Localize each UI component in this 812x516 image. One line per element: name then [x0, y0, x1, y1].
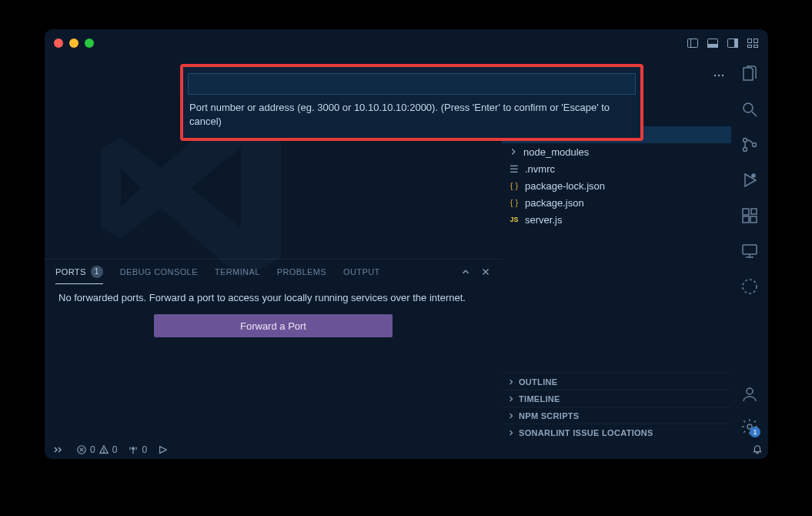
ports-count-badge: 1: [91, 266, 103, 278]
panel-actions: [460, 266, 491, 277]
warning-count: 0: [112, 444, 118, 455]
error-count: 0: [90, 444, 95, 455]
tab-label: OUTPUT: [343, 267, 380, 276]
ports-count: 0: [142, 444, 147, 455]
tab-output[interactable]: OUTPUT: [343, 260, 380, 284]
item-label: package.json: [525, 197, 584, 209]
section-timeline[interactable]: TIMELINE: [502, 390, 731, 407]
folder-node-modules[interactable]: node_modules: [502, 143, 731, 160]
run-debug-icon[interactable]: [740, 171, 759, 189]
forward-port-button[interactable]: Forward a Port: [154, 314, 393, 337]
section-label: SONARLINT ISSUE LOCATIONS: [519, 428, 653, 437]
file-package[interactable]: { } package.json: [502, 194, 731, 211]
file-nvmrc[interactable]: ☰ .nvmrc: [502, 160, 731, 177]
json-icon: { }: [508, 198, 520, 207]
chevron-right-icon: [506, 411, 516, 421]
svg-rect-5: [735, 39, 738, 48]
svg-rect-23: [743, 245, 757, 254]
section-label: OUTLINE: [519, 377, 557, 387]
settings-icon[interactable]: 1: [740, 417, 759, 436]
window-controls: [54, 39, 94, 48]
chevron-right-icon: [506, 377, 516, 387]
file-server-js[interactable]: JS server.js: [502, 211, 731, 228]
svg-point-17: [753, 143, 757, 147]
minimize-window-button[interactable]: [69, 39, 79, 48]
svg-rect-8: [748, 45, 752, 48]
remote-explorer-icon[interactable]: [740, 242, 759, 260]
svg-rect-6: [748, 39, 752, 43]
svg-point-18: [752, 174, 755, 177]
item-label: .nvmrc: [525, 163, 555, 175]
ports-status[interactable]: 0: [122, 441, 152, 459]
radio-tower-icon: [128, 444, 139, 455]
explorer-icon[interactable]: [740, 65, 759, 83]
problems-status[interactable]: 0 0: [71, 441, 122, 459]
error-icon: [76, 444, 87, 455]
item-label: node_modules: [523, 146, 589, 158]
input-hint: Port number or address (eg. 3000 or 10.1…: [188, 98, 636, 132]
layout-controls: [687, 37, 759, 49]
chevron-right-icon: [506, 394, 516, 404]
tab-label: DEBUG CONSOLE: [120, 267, 198, 276]
panel-tab-bar: PORTS 1 DEBUG CONSOLE TERMINAL PROBLEMS …: [45, 260, 502, 284]
svg-rect-19: [743, 209, 749, 215]
live-share-status[interactable]: [152, 441, 174, 459]
panel-left-icon[interactable]: [687, 37, 699, 49]
maximize-window-button[interactable]: [85, 39, 94, 48]
item-label: server.js: [525, 214, 562, 226]
command-palette: Port number or address (eg. 3000 or 10.1…: [180, 64, 643, 141]
svg-point-24: [743, 280, 757, 293]
svg-rect-20: [743, 216, 749, 223]
svg-line-14: [752, 112, 757, 116]
sidebar-sections: OUTLINE TIMELINE NPM SCRIPTS SONARLINT I…: [502, 373, 731, 441]
port-input[interactable]: [188, 73, 636, 95]
close-icon[interactable]: [480, 266, 491, 277]
svg-rect-0: [688, 39, 698, 48]
tab-label: PROBLEMS: [277, 267, 326, 276]
panel-bottom-icon[interactable]: [707, 37, 719, 49]
svg-point-13: [743, 103, 753, 112]
svg-rect-22: [751, 209, 757, 214]
remote-button[interactable]: [45, 441, 71, 459]
svg-point-15: [743, 139, 747, 142]
testing-icon[interactable]: [740, 277, 759, 296]
settings-badge: 1: [750, 427, 760, 437]
svg-point-30: [132, 447, 135, 450]
json-icon: { }: [508, 181, 520, 190]
tab-label: TERMINAL: [215, 267, 260, 276]
file-package-lock[interactable]: { } package-lock.json: [502, 177, 731, 194]
titlebar: [45, 29, 768, 57]
chevron-up-icon[interactable]: [460, 266, 471, 277]
section-npm-scripts[interactable]: NPM SCRIPTS: [502, 407, 731, 424]
svg-point-25: [747, 388, 753, 394]
section-label: NPM SCRIPTS: [519, 411, 579, 421]
svg-rect-7: [754, 39, 758, 43]
tab-debug-console[interactable]: DEBUG CONSOLE: [120, 260, 198, 284]
notifications-button[interactable]: [747, 441, 768, 459]
warning-icon: [99, 444, 109, 455]
status-bar: 0 0 0: [45, 441, 768, 459]
item-label: package-lock.json: [525, 180, 605, 192]
section-label: TIMELINE: [519, 394, 560, 404]
tab-ports[interactable]: PORTS 1: [55, 260, 103, 284]
customize-layout-icon[interactable]: [747, 37, 759, 49]
chevron-right-icon: [508, 146, 519, 157]
source-control-icon[interactable]: [740, 136, 759, 154]
extensions-icon[interactable]: [740, 206, 759, 225]
svg-rect-9: [754, 45, 758, 48]
close-window-button[interactable]: [54, 39, 63, 48]
file-lines-icon: ☰: [508, 163, 520, 175]
vscode-window: .vscode node_modules ☰ .nvmrc { } packag…: [45, 29, 768, 459]
tab-terminal[interactable]: TERMINAL: [215, 260, 260, 284]
svg-rect-21: [750, 216, 757, 223]
svg-point-29: [103, 451, 104, 452]
svg-point-16: [743, 148, 747, 152]
section-outline[interactable]: OUTLINE: [502, 373, 731, 390]
section-sonarlint[interactable]: SONARLINT ISSUE LOCATIONS: [502, 424, 731, 441]
tab-problems[interactable]: PROBLEMS: [277, 260, 326, 284]
panel-right-icon[interactable]: [727, 37, 739, 49]
bell-icon: [752, 444, 763, 455]
accounts-icon[interactable]: [740, 385, 759, 404]
chevron-right-icon: [506, 428, 516, 437]
search-icon[interactable]: [740, 100, 759, 119]
